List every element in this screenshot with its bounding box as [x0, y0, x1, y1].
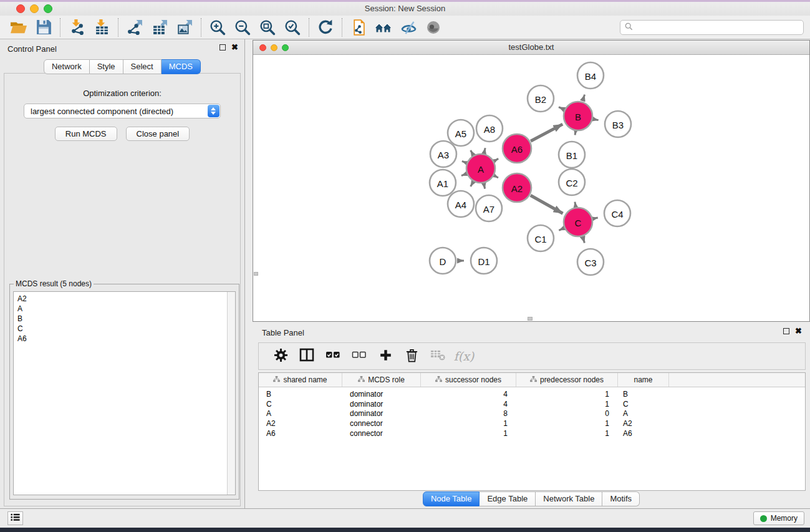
- tab-network[interactable]: Network: [44, 59, 90, 74]
- graph-node-C2[interactable]: C2: [559, 169, 585, 195]
- graph-edge-A-A3[interactable]: [462, 161, 466, 163]
- tab-network-table[interactable]: Network Table: [536, 491, 602, 506]
- graph-edge-C-C2[interactable]: [575, 202, 576, 207]
- save-session-button[interactable]: [31, 17, 56, 37]
- import-network-button[interactable]: [64, 17, 89, 37]
- network-canvas[interactable]: B4B2BB3A5A8A6A3B1AA1C2A2A4A7C4CC1DD1C3: [253, 55, 809, 321]
- create-column-button[interactable]: [374, 346, 397, 367]
- graph-node-B1[interactable]: B1: [559, 142, 585, 168]
- graph-edge-C-C3[interactable]: [582, 237, 584, 243]
- mcds-result-item[interactable]: A6: [17, 334, 226, 344]
- graph-node-A5[interactable]: A5: [448, 120, 474, 146]
- graph-edge-B-B3[interactable]: [593, 119, 598, 120]
- graph-edge-A-A5[interactable]: [471, 150, 473, 155]
- graph-edge-C-C4[interactable]: [593, 218, 597, 219]
- graph-node-C3[interactable]: C3: [577, 249, 604, 275]
- close-panel-button[interactable]: Close panel: [126, 127, 190, 141]
- table-row[interactable]: Cdominator41C: [259, 399, 805, 409]
- graph-node-A6[interactable]: A6: [503, 134, 531, 163]
- graph-edge-A-A6[interactable]: [494, 158, 498, 160]
- zoom-fit-button[interactable]: [255, 17, 280, 37]
- network-close-button[interactable]: [259, 44, 266, 51]
- graph-node-A8[interactable]: A8: [476, 115, 503, 142]
- column-header-shared-name[interactable]: shared name: [259, 373, 342, 387]
- graph-node-A2[interactable]: A2: [503, 173, 531, 202]
- graph-node-B4[interactable]: B4: [577, 62, 604, 89]
- tab-select[interactable]: Select: [123, 59, 162, 74]
- show-all-columns-button[interactable]: [321, 346, 345, 367]
- toggle-style-visibility-button[interactable]: [396, 17, 421, 37]
- graph-node-D[interactable]: D: [430, 248, 456, 274]
- graph-node-C4[interactable]: C4: [604, 200, 630, 226]
- hide-all-columns-button[interactable]: [347, 346, 371, 367]
- table-settings-button[interactable]: [269, 346, 292, 367]
- mcds-result-item[interactable]: B: [17, 314, 226, 324]
- task-history-button[interactable]: [7, 511, 23, 525]
- minimize-window-button[interactable]: [30, 4, 39, 13]
- zoom-selected-button[interactable]: [280, 17, 305, 37]
- tab-node-table[interactable]: Node Table: [423, 491, 480, 506]
- graph-node-C1[interactable]: C1: [528, 225, 554, 251]
- table-row[interactable]: Bdominator41B: [259, 389, 805, 399]
- mcds-result-item[interactable]: A: [17, 304, 226, 314]
- graph-edge-A-A8[interactable]: [484, 148, 485, 153]
- table-row[interactable]: A2connector11A2: [259, 418, 805, 428]
- zoom-in-button[interactable]: [205, 17, 230, 37]
- criterion-dropdown[interactable]: largest connected component (directed): [24, 104, 221, 118]
- tab-edge-table[interactable]: Edge Table: [480, 491, 536, 506]
- table-row[interactable]: Adominator80A: [259, 409, 805, 418]
- graph-node-D1[interactable]: D1: [471, 248, 497, 274]
- tab-motifs[interactable]: Motifs: [602, 491, 640, 506]
- export-network-button[interactable]: [122, 17, 147, 37]
- graph-edge-B-B4[interactable]: [582, 95, 584, 102]
- delete-columns-button[interactable]: [400, 346, 423, 367]
- tab-mcds[interactable]: MCDS: [162, 59, 201, 74]
- refresh-button[interactable]: [313, 17, 338, 37]
- export-table-button[interactable]: [147, 17, 172, 37]
- splitter-handle[interactable]: [254, 272, 258, 276]
- search-input[interactable]: [636, 22, 803, 33]
- scrollbar-track[interactable]: [227, 292, 235, 495]
- table-row[interactable]: A6connector11A6: [259, 428, 805, 438]
- tab-style[interactable]: Style: [90, 59, 123, 74]
- graph-edge-A-A1[interactable]: [461, 174, 466, 176]
- graph-node-B[interactable]: B: [564, 102, 592, 130]
- graph-node-A7[interactable]: A7: [476, 195, 502, 221]
- preview-button[interactable]: [421, 17, 446, 37]
- graph-node-B3[interactable]: B3: [605, 111, 631, 137]
- close-panel-icon[interactable]: ✖: [795, 328, 802, 334]
- zoom-window-button[interactable]: [44, 4, 52, 13]
- network-graph[interactable]: B4B2BB3A5A8A6A3B1AA1C2A2A4A7C4CC1DD1C3: [253, 55, 809, 321]
- graph-node-A1[interactable]: A1: [430, 170, 456, 196]
- graph-node-A4[interactable]: A4: [448, 191, 474, 217]
- run-mcds-button[interactable]: Run MCDS: [55, 127, 117, 141]
- close-panel-icon[interactable]: ✖: [231, 44, 238, 51]
- close-window-button[interactable]: [16, 4, 25, 13]
- graph-edge-B-B1[interactable]: [575, 132, 576, 135]
- column-header-successor-nodes[interactable]: successor nodes: [421, 373, 516, 387]
- memory-button[interactable]: Memory: [753, 511, 804, 525]
- mcds-result-item[interactable]: C: [17, 324, 226, 334]
- home-button[interactable]: [371, 17, 396, 37]
- zoom-out-button[interactable]: [230, 17, 255, 37]
- graph-edge-A-A4[interactable]: [471, 182, 473, 186]
- column-header-MCDS-role[interactable]: MCDS role: [342, 373, 421, 387]
- graph-edge-B-B2[interactable]: [559, 107, 564, 110]
- splitter-handle[interactable]: [528, 317, 533, 321]
- graph-node-A[interactable]: A: [466, 154, 495, 183]
- graph-node-A3[interactable]: A3: [430, 141, 456, 167]
- network-zoom-button[interactable]: [282, 44, 289, 51]
- graph-edge-A2-C[interactable]: [531, 195, 563, 213]
- graph-edge-A6-B[interactable]: [531, 124, 562, 141]
- import-table-button[interactable]: [89, 17, 114, 37]
- split-view-button[interactable]: [295, 346, 319, 367]
- network-minimize-button[interactable]: [271, 44, 277, 51]
- network-document-button[interactable]: [346, 17, 371, 37]
- column-header-name[interactable]: name: [618, 373, 669, 387]
- graph-node-B2[interactable]: B2: [528, 85, 554, 112]
- column-header-predecessor-nodes[interactable]: predecessor nodes: [516, 373, 618, 387]
- mcds-result-item[interactable]: A2: [17, 294, 226, 304]
- network-window-titlebar[interactable]: testGlobe.txt: [253, 41, 809, 55]
- float-panel-icon[interactable]: [219, 44, 226, 51]
- float-panel-icon[interactable]: [783, 328, 789, 334]
